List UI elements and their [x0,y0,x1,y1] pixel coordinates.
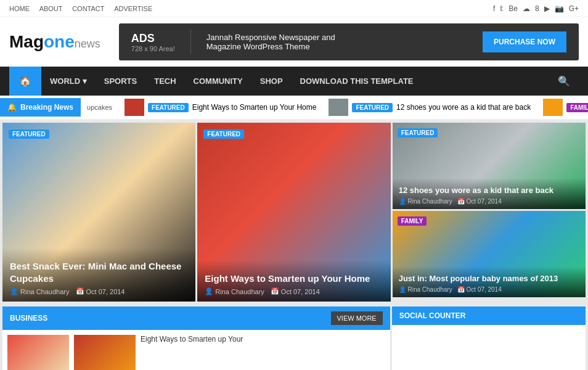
business-content: Eight Ways to Smarten up Your [2,330,390,370]
ads-label: ADS [131,32,175,45]
nav-home[interactable]: HOME [9,5,30,12]
card-4-title: Just in: Most popular baby names of 2013 [399,274,579,284]
card-4-overlay: Just in: Most popular baby names of 2013… [393,266,586,297]
social-counter-section: SOCIAL COUNTER [392,306,586,370]
featured-card-1[interactable]: FEATURED Best Snack Ever: Mini Mac and C… [2,123,195,302]
cloud-icon[interactable]: ☁ [523,4,530,13]
nav-contact[interactable]: CONTACT [72,5,104,12]
breaking-item-2: FEATURED Eight Ways to Smarten up Your H… [118,99,322,116]
twitter-icon[interactable]: 𝕥 [500,4,504,13]
date-icon: 📅 [76,287,84,295]
card-4-family-tag: FAMILY [398,216,427,226]
nav-shop[interactable]: SHOP [251,68,292,94]
purchase-button[interactable]: PURCHASE NOW [483,31,566,52]
instagram-icon[interactable]: 📷 [555,4,564,13]
logo-one: one [44,32,75,51]
business-article-text: Eight Ways to Smarten up Your [141,335,243,370]
breaking-item-3: FEATURED 12 shoes you wore as a kid that… [322,99,537,116]
card-3-tag-container: FEATURED [398,128,438,137]
card-4-author: 👤 Rina Chaudhary [399,286,452,293]
business-section: BUSINESS VIEW MORE Eight Ways to Smarten… [2,306,390,370]
facebook-icon[interactable]: f [493,4,495,13]
youtube-icon[interactable]: ▶ [544,4,550,13]
card-1-tag-container: FEATURED [9,129,49,138]
card-3-title: 12 shoes you wore as a kid that are back [399,186,579,196]
view-more-button[interactable]: VIEW MORE [331,311,383,325]
featured-tag-2: FEATURED [352,103,393,112]
right-column: FEATURED 12 shoes you wore as a kid that… [393,123,586,302]
home-nav-icon[interactable]: 🏠 [9,67,41,96]
card-2-meta: 👤 Rina Chaudhary 📅 Oct 07, 2014 [205,287,383,295]
card-1-overlay: Best Snack Ever: Mini Mac and Cheese Cup… [2,248,195,302]
card-1-featured-tag: FEATURED [9,130,49,139]
featured-grid: FEATURED Best Snack Ever: Mini Mac and C… [0,120,588,304]
nav-world[interactable]: WORLD ▾ [41,68,96,94]
card-2-author: 👤 Rina Chaudhary [205,287,264,295]
nav-download[interactable]: DOWNLOAD THIS TEMPLATE [292,68,422,94]
googleplus-icon[interactable]: G+ [569,4,579,13]
card-4-date: 📅 Oct 07, 2014 [457,286,502,293]
social-counter-label: SOCIAL COUNTER [399,311,466,320]
business-label: BUSINESS [10,314,47,323]
bottom-section: BUSINESS VIEW MORE Eight Ways to Smarten… [0,304,588,370]
main-navbar: 🏠 WORLD ▾ SPORTS TECH COMMUNITY SHOP DOW… [0,67,588,96]
card-4-meta: 👤 Rina Chaudhary 📅 Oct 07, 2014 [399,286,579,293]
card-2-tag-container: FEATURED [203,129,244,138]
nav-about[interactable]: ABOUT [39,5,63,12]
ad-text: ADS 728 x 90 Area! [131,32,175,52]
card-2-title: Eight Ways to Smarten up Your Home [205,273,383,285]
ad-description: Jannah Responsive Newspaper andMagazine … [206,33,473,51]
card-2-featured-tag: FEATURED [203,130,244,139]
card-3-author: 👤 Rina Chaudhary [399,198,452,205]
card-1-author: 👤 Rina Chaudhary [10,287,70,295]
breaking-bell-icon: 🔔 [7,103,17,112]
author-icon-2: 👤 [205,287,213,295]
card-1-date: 📅 Oct 07, 2014 [76,287,125,295]
date-icon-2: 📅 [271,287,279,295]
card-3-meta: 👤 Rina Chaudhary 📅 Oct 07, 2014 [399,198,579,205]
ad-divider [190,30,191,54]
top-nav: HOME ABOUT CONTACT ADVERTISE [9,4,160,13]
card-1-title: Best Snack Ever: Mini Mac and Cheese Cup… [10,260,188,284]
header: Magonenews ADS 728 x 90 Area! Jannah Res… [0,17,588,67]
business-article-title[interactable]: Eight Ways to Smarten up Your [141,335,243,343]
logo-mag: Mag [9,32,44,51]
card-3-overlay: 12 shoes you wore as a kid that are back… [393,178,586,209]
breaking-news-items: upcakes FEATURED Eight Ways to Smarten u… [81,99,588,116]
author-icon: 👤 [10,287,18,295]
breaking-item-4: FAMILY [537,99,588,116]
nav-sports[interactable]: SPORTS [96,68,145,94]
card-2-date: 📅 Oct 07, 2014 [271,287,320,295]
nav-community[interactable]: COMMUNITY [185,68,251,94]
top-bar: HOME ABOUT CONTACT ADVERTISE f 𝕥 Be ☁ 8 … [0,0,588,17]
nav-tech[interactable]: TECH [145,68,184,94]
business-thumb [7,335,69,370]
business-thumb-2 [74,335,136,370]
featured-card-3[interactable]: FEATURED 12 shoes you wore as a kid that… [393,123,586,209]
breaking-news-text: Breaking News [20,103,73,112]
breaking-title-1[interactable]: Eight Ways to Smarten up Your Home [192,103,317,112]
behance-icon[interactable]: Be [508,4,518,13]
family-tag: FAMILY [566,103,588,112]
breaking-item-1: upcakes [81,104,118,111]
card-1-meta: 👤 Rina Chaudhary 📅 Oct 07, 2014 [10,287,188,295]
featured-tag-1: FEATURED [148,103,189,112]
card-3-date: 📅 Oct 07, 2014 [457,198,502,205]
social-counter-content [392,325,586,368]
card-3-featured-tag: FEATURED [398,128,438,138]
nav-advertise[interactable]: ADVERTISE [114,5,152,12]
search-icon[interactable]: 🔍 [549,67,579,96]
card-4-tag-container: FAMILY [398,216,427,225]
card-2-overlay: Eight Ways to Smarten up Your Home 👤 Rin… [197,260,390,302]
social-icons: f 𝕥 Be ☁ 8 ▶ 📷 G+ [493,4,579,13]
business-header: BUSINESS VIEW MORE [2,306,390,330]
logo-news: news [75,38,100,50]
eight-icon[interactable]: 8 [535,4,539,13]
breaking-title-2[interactable]: 12 shoes you wore as a kid that are back [396,103,531,112]
featured-card-2[interactable]: FEATURED Eight Ways to Smarten up Your H… [197,123,390,302]
featured-card-4[interactable]: FAMILY Just in: Most popular baby names … [393,211,586,297]
ad-banner: ADS 728 x 90 Area! Jannah Responsive New… [119,23,579,60]
breaking-news-bar: 🔔 Breaking News upcakes FEATURED Eight W… [0,96,588,120]
breaking-news-label: 🔔 Breaking News [0,98,81,117]
site-logo[interactable]: Magonenews [9,32,100,52]
